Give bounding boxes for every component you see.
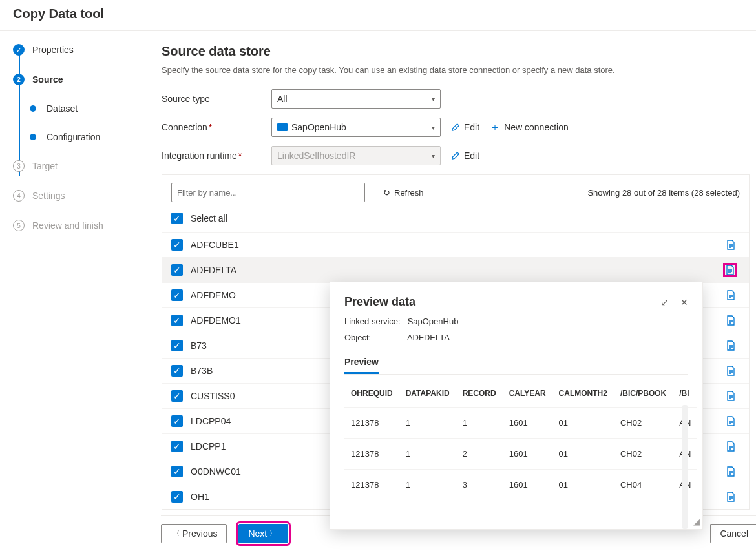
- preview-data-icon[interactable]: [726, 340, 736, 351]
- table-toolbar: ↻ Refresh Showing 28 out of 28 items (28…: [162, 175, 749, 205]
- checkbox-icon[interactable]: ✓: [171, 441, 183, 452]
- chevron-left-icon: 〈: [173, 529, 180, 538]
- step-number: 4: [13, 190, 25, 202]
- checkbox-icon[interactable]: ✓: [171, 340, 183, 351]
- step-number: 3: [13, 160, 25, 172]
- checkbox-icon[interactable]: ✓: [171, 415, 183, 427]
- preview-data-icon[interactable]: [724, 264, 736, 276]
- column-header: /BIC/PBOOK: [614, 380, 673, 408]
- runtime-label: Integration runtime*: [162, 151, 271, 161]
- connection-select[interactable]: SapOpenHub ▾: [271, 118, 441, 137]
- preview-data-icon[interactable]: [726, 441, 736, 452]
- pencil-icon: [451, 123, 460, 132]
- step-dataset[interactable]: Dataset: [27, 103, 143, 114]
- column-header: /BI: [673, 380, 697, 408]
- item-count-label: Showing 28 out of 28 items (28 selected): [587, 188, 740, 198]
- item-name: ADFDELTA: [191, 265, 236, 275]
- preview-data-icon[interactable]: [726, 492, 736, 502]
- resize-handle[interactable]: ◢: [693, 517, 700, 526]
- checkbox-icon[interactable]: ✓: [171, 491, 183, 503]
- table-row[interactable]: ✓ADFDELTA: [162, 257, 749, 282]
- item-name: LDCPP04: [191, 416, 231, 426]
- column-header: DATAPAKID: [399, 380, 456, 408]
- data-row: 12137813160101CH04AN: [344, 470, 697, 501]
- preview-table: OHREQUIDDATAPAKIDRECORDCALYEARCALMONTH2/…: [344, 380, 697, 500]
- wizard-sidebar: ✓ Properties 2 Source Dataset Configurat…: [0, 31, 143, 550]
- data-cell: 3: [456, 470, 503, 501]
- preview-meta-linked: Linked service: SapOpenHub: [344, 317, 688, 326]
- data-cell: 01: [552, 470, 614, 501]
- item-name: ADFDEMO: [191, 290, 236, 300]
- checkbox-icon[interactable]: ✓: [171, 390, 183, 402]
- preview-data-icon[interactable]: [726, 391, 736, 401]
- preview-data-icon[interactable]: [726, 366, 736, 376]
- source-type-value: All: [277, 94, 288, 104]
- checkbox-icon[interactable]: ✓: [171, 239, 183, 251]
- data-cell: 1: [456, 408, 503, 439]
- previous-button[interactable]: 〈 Previous: [161, 524, 227, 543]
- step-source[interactable]: 2 Source: [13, 74, 143, 85]
- checkbox-icon[interactable]: ✓: [171, 466, 183, 477]
- scrollbar[interactable]: [682, 405, 688, 529]
- data-cell: 1601: [503, 470, 552, 501]
- item-name: B73B: [191, 366, 213, 376]
- connection-value: SapOpenHub: [291, 122, 346, 132]
- step-number: 2: [13, 74, 25, 85]
- check-icon: ✓: [13, 44, 25, 56]
- data-cell: 121378: [344, 408, 399, 439]
- connection-label: Connection*: [162, 122, 271, 132]
- edit-runtime-button[interactable]: Edit: [451, 151, 479, 161]
- preview-title: Preview data: [344, 295, 415, 309]
- checkbox-icon[interactable]: ✓: [171, 264, 183, 276]
- checkbox-icon[interactable]: ✓: [171, 365, 183, 377]
- step-review[interactable]: 5 Review and finish: [13, 220, 143, 231]
- cancel-button[interactable]: Cancel: [710, 524, 756, 543]
- select-all-label: Select all: [191, 213, 227, 224]
- edit-connection-button[interactable]: Edit: [451, 122, 479, 132]
- item-name: O0DNWC01: [191, 466, 241, 477]
- item-name: LDCPP1: [191, 441, 226, 452]
- item-name: OH1: [191, 492, 209, 502]
- step-properties[interactable]: ✓ Properties: [13, 44, 143, 56]
- column-header: RECORD: [456, 380, 503, 408]
- preview-data-icon[interactable]: [726, 416, 736, 426]
- main-title: Source data store: [162, 44, 756, 59]
- preview-data-icon[interactable]: [726, 466, 736, 477]
- data-cell: 2: [456, 439, 503, 470]
- data-cell: 1: [399, 408, 456, 439]
- step-target[interactable]: 3 Target: [13, 160, 143, 172]
- expand-icon[interactable]: ⤢: [661, 297, 669, 307]
- next-button[interactable]: Next 〉: [238, 524, 288, 543]
- table-row[interactable]: ✓ADFCUBE1: [162, 232, 749, 257]
- refresh-button[interactable]: ↻ Refresh: [383, 188, 424, 198]
- chevron-down-icon: ▾: [432, 96, 435, 103]
- data-cell: 1601: [503, 408, 552, 439]
- preview-data-icon[interactable]: [726, 240, 736, 250]
- data-cell: 01: [552, 408, 614, 439]
- main-subtitle: Specify the source data store for the co…: [162, 65, 756, 75]
- data-row: 12137811160101CH02AN: [344, 408, 697, 439]
- checkbox-icon[interactable]: ✓: [171, 289, 183, 301]
- column-header: CALYEAR: [503, 380, 552, 408]
- step-settings[interactable]: 4 Settings: [13, 190, 143, 202]
- filter-input[interactable]: [171, 183, 365, 202]
- runtime-select[interactable]: LinkedSelfhostedIR ▾: [271, 146, 441, 165]
- tab-preview[interactable]: Preview: [344, 351, 379, 374]
- item-name: ADFDEMO1: [191, 315, 241, 326]
- chevron-right-icon: 〉: [269, 529, 276, 538]
- step-configuration[interactable]: Configuration: [27, 132, 143, 142]
- preview-data-icon[interactable]: [726, 315, 736, 326]
- preview-meta-object: Object: ADFDELTA: [344, 333, 688, 342]
- step-number: 5: [13, 220, 25, 231]
- select-all-row[interactable]: ✓ Select all: [162, 205, 749, 232]
- page-title: Copy Data tool: [0, 0, 756, 30]
- new-connection-button[interactable]: ＋ New connection: [490, 121, 569, 134]
- item-name: CUSTISS0: [191, 391, 235, 401]
- close-icon[interactable]: ✕: [680, 297, 688, 307]
- source-type-select[interactable]: All ▾: [271, 89, 441, 109]
- refresh-icon: ↻: [383, 188, 390, 198]
- checkbox-icon[interactable]: ✓: [171, 315, 183, 326]
- preview-data-icon[interactable]: [726, 290, 736, 300]
- data-cell: 1: [399, 439, 456, 470]
- checkbox-icon[interactable]: ✓: [171, 213, 183, 224]
